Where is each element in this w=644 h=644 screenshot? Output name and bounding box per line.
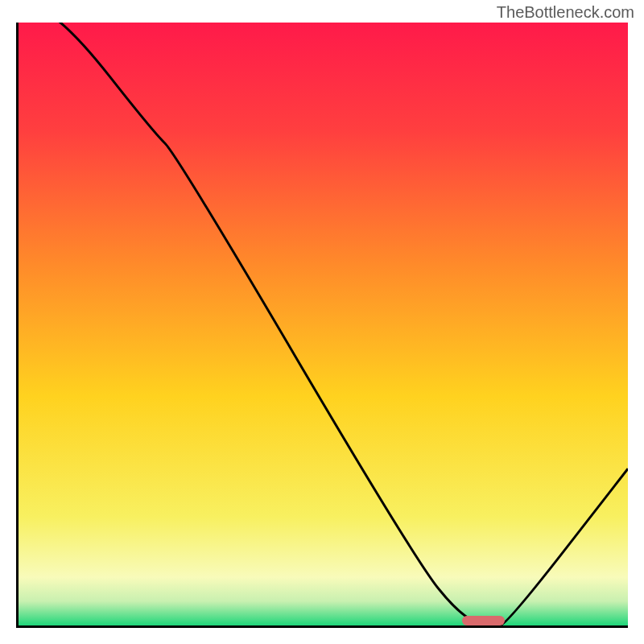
chart-plot-area bbox=[16, 23, 628, 628]
watermark-text: TheBottleneck.com bbox=[497, 3, 634, 22]
chart-curve bbox=[19, 23, 628, 625]
optimal-marker bbox=[462, 616, 505, 625]
